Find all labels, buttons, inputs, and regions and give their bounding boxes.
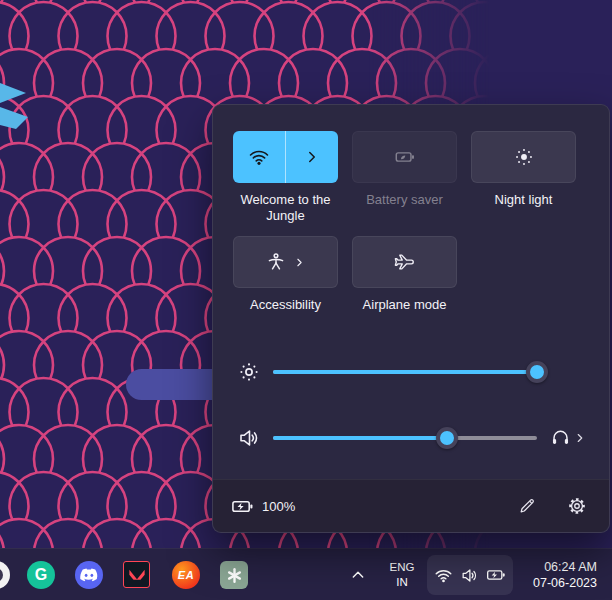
- ea-icon: EA: [178, 569, 194, 581]
- quick-setting-wifi: Welcome to the Jungle: [233, 131, 338, 224]
- battery-percent-label: 100%: [262, 499, 295, 514]
- taskbar-app-chatgpt[interactable]: [220, 561, 248, 589]
- taskbar: G EA ENG IN 06:24 AM 07-06-2023: [0, 548, 612, 600]
- battery-saver-tile[interactable]: [352, 131, 457, 183]
- system-tray-quick-settings-button[interactable]: [427, 555, 513, 595]
- taskbar-app-valorant[interactable]: [123, 561, 150, 588]
- brightness-thumb[interactable]: [526, 361, 548, 383]
- discord-icon: [80, 568, 98, 582]
- volume-slider[interactable]: [273, 432, 537, 444]
- quick-setting-airplane-mode: Airplane mode: [352, 236, 457, 313]
- volume-track: [273, 436, 537, 440]
- brightness-track: [273, 370, 537, 374]
- night-light-tile[interactable]: [471, 131, 576, 183]
- footer-actions: [517, 496, 587, 516]
- taskbar-app-grammarly[interactable]: G: [27, 561, 55, 589]
- taskbar-clock[interactable]: 06:24 AM 07-06-2023: [533, 559, 597, 591]
- quick-setting-night-light: Night light: [471, 131, 576, 208]
- volume-icon: [237, 426, 261, 450]
- tray-volume-icon: [460, 566, 479, 585]
- brightness-slider-row: [213, 358, 609, 386]
- settings-gear-button[interactable]: [567, 496, 587, 516]
- chevron-right-icon: [293, 256, 306, 269]
- edit-quick-settings-button[interactable]: [517, 496, 537, 516]
- partial-app-center: [0, 568, 3, 582]
- brightness-icon: [237, 360, 261, 384]
- taskbar-app-partial[interactable]: [0, 561, 10, 589]
- tray-wifi-icon: [434, 566, 453, 585]
- night-light-label: Night light: [468, 192, 580, 208]
- accessibility-label: Accessibility: [230, 297, 342, 313]
- volume-fill: [273, 436, 447, 440]
- wifi-network-label: Welcome to the Jungle: [230, 192, 342, 224]
- taskbar-app-ea[interactable]: EA: [172, 561, 200, 589]
- wifi-tile: [233, 131, 338, 183]
- clock-date: 07-06-2023: [533, 575, 597, 591]
- brightness-slider[interactable]: [273, 366, 537, 378]
- brightness-fill: [273, 370, 537, 374]
- taskbar-app-discord[interactable]: [75, 561, 103, 589]
- airplane-mode-tile[interactable]: [352, 236, 457, 288]
- volume-slider-row: [213, 424, 609, 452]
- airplane-mode-label: Airplane mode: [349, 297, 461, 313]
- accessibility-icon: [265, 251, 287, 273]
- language-secondary: IN: [384, 575, 420, 590]
- accessibility-tile[interactable]: [233, 236, 338, 288]
- battery-status[interactable]: 100%: [231, 495, 295, 518]
- quick-settings-panel: Welcome to the Jungle Battery saver Nigh…: [212, 104, 610, 533]
- battery-saver-icon: [394, 146, 416, 168]
- battery-charging-icon: [231, 495, 254, 518]
- quick-settings-footer: 100%: [213, 479, 609, 532]
- chatgpt-icon: [226, 567, 243, 584]
- volume-thumb[interactable]: [436, 427, 458, 449]
- wifi-toggle-button[interactable]: [233, 131, 286, 183]
- taskbar-overflow-chevron-up-icon[interactable]: [350, 567, 366, 583]
- chevron-right-icon: [303, 148, 321, 166]
- grammarly-icon: G: [35, 566, 47, 584]
- headphones-icon[interactable]: [550, 427, 571, 448]
- language-primary: ENG: [384, 560, 420, 575]
- quick-setting-accessibility: Accessibility: [233, 236, 338, 313]
- audio-output-chevron-icon[interactable]: [573, 431, 587, 445]
- wifi-icon: [248, 146, 270, 168]
- language-indicator[interactable]: ENG IN: [384, 560, 420, 590]
- wallpaper-logo-fragment: [0, 73, 30, 133]
- desktop-screen: Welcome to the Jungle Battery saver Nigh…: [0, 0, 612, 600]
- wifi-expand-button[interactable]: [286, 131, 338, 183]
- clock-time: 06:24 AM: [533, 559, 597, 575]
- valorant-icon: [128, 566, 146, 584]
- night-light-icon: [513, 146, 535, 168]
- quick-setting-battery-saver: Battery saver: [352, 131, 457, 208]
- airplane-icon: [394, 251, 416, 273]
- tray-battery-icon: [486, 565, 506, 585]
- battery-saver-label: Battery saver: [349, 192, 461, 208]
